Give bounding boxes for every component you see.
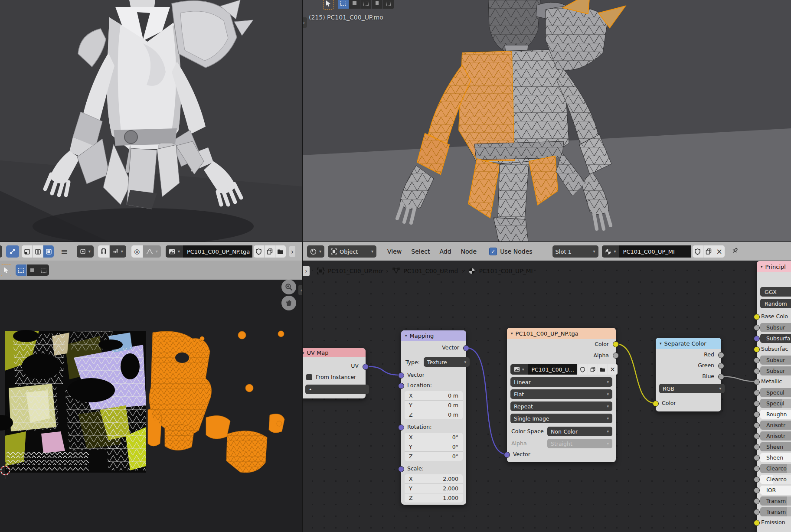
open-image-folder-button[interactable] xyxy=(275,245,286,258)
duplicate-copy-button[interactable] xyxy=(265,245,275,258)
ior-slider[interactable]: IOR xyxy=(760,486,791,495)
red-output-socket[interactable] xyxy=(718,352,724,358)
use-nodes-toggle[interactable]: ✓ Use Nodes xyxy=(489,248,532,255)
subsurface-method-dropdown[interactable]: Random xyxy=(760,299,791,308)
specular-tint-slider[interactable]: Specul xyxy=(760,399,791,408)
subsurface-radius-field[interactable]: Subsurfa xyxy=(760,334,791,343)
image-duplicate-button[interactable] xyxy=(588,364,598,375)
collapse-chevron-icon[interactable]: ▾ xyxy=(761,264,763,269)
zoom-in-button[interactable] xyxy=(281,280,296,294)
location-z-field[interactable]: Z0 m xyxy=(405,410,463,419)
subsurface-ior-slider[interactable]: Subsur xyxy=(760,356,791,365)
viewport-3d-solid[interactable] xyxy=(0,0,302,242)
anisotropic-slider[interactable]: Anisotr xyxy=(760,421,791,430)
uv-tweak-tool-button[interactable] xyxy=(1,264,11,276)
projection-dropdown[interactable]: Flat ▾ xyxy=(510,389,612,399)
uv-select-face-button[interactable] xyxy=(43,245,54,258)
uv-sync-select-toggle[interactable] xyxy=(6,245,19,258)
source-dropdown[interactable]: Single Image ▾ xyxy=(510,414,612,423)
scale-input-socket[interactable] xyxy=(398,466,404,472)
alpha-mode-dropdown[interactable]: Straight ▾ xyxy=(547,439,612,448)
snap-target-dropdown[interactable]: ▾ xyxy=(110,245,126,258)
subsurface-anisotropy-slider[interactable]: Subsur xyxy=(760,366,791,375)
menu-view[interactable]: View xyxy=(382,248,406,255)
location-input-socket[interactable] xyxy=(398,383,404,389)
location-y-field[interactable]: Y0 m xyxy=(405,401,463,410)
material-duplicate-button[interactable] xyxy=(703,245,714,258)
anisotropic-socket[interactable] xyxy=(754,422,760,428)
base-color-socket[interactable] xyxy=(754,314,760,320)
collapse-chevron-icon[interactable]: ▾ xyxy=(303,351,304,355)
uv-image-canvas[interactable]: ‹ xyxy=(0,280,302,532)
green-output-socket[interactable] xyxy=(718,363,724,369)
uv-image-name-field[interactable]: PC101_C00_UP_NP.tga xyxy=(183,245,252,258)
image-fake-user-button[interactable] xyxy=(578,364,588,375)
pin-button[interactable] xyxy=(732,247,739,256)
specular-slider[interactable]: Specul xyxy=(760,388,791,397)
subsurface-socket[interactable] xyxy=(754,325,760,331)
metallic-socket[interactable] xyxy=(754,379,760,385)
rotation-y-field[interactable]: Y0° xyxy=(405,442,463,452)
blue-output-socket[interactable] xyxy=(718,374,724,380)
proportional-falloff-dropdown[interactable]: ▾ xyxy=(143,245,161,258)
alpha-output-socket[interactable] xyxy=(613,352,619,359)
rotation-input-socket[interactable] xyxy=(398,424,404,431)
color-output-socket[interactable] xyxy=(613,341,619,347)
region-expand-chevron[interactable]: › xyxy=(303,17,307,28)
vector-input-socket[interactable] xyxy=(504,452,510,458)
uv-select-box-extend-button[interactable] xyxy=(27,264,38,276)
uv-select-box-new-button[interactable] xyxy=(16,264,26,276)
viewport-3d-edit[interactable]: › (215) PC101_C00_UP.mo xyxy=(303,0,791,242)
hamburger-menu-icon[interactable]: ≡ xyxy=(61,246,68,257)
menu-select[interactable]: Select xyxy=(406,248,435,255)
color-space-dropdown[interactable]: Non-Color ▾ xyxy=(547,427,612,436)
roughness-socket[interactable] xyxy=(754,411,760,418)
anisotropic-rotation-socket[interactable] xyxy=(754,433,760,439)
select-box-intersect-button[interactable] xyxy=(383,0,394,9)
breadcrumb-object[interactable]: PC101_C00_UP.mo xyxy=(328,268,382,274)
ior-socket[interactable] xyxy=(754,487,760,493)
editor-type-dropdown[interactable]: ▾ xyxy=(307,245,324,258)
sheen-socket[interactable] xyxy=(754,444,760,450)
uv-select-vertex-button[interactable] xyxy=(22,245,32,258)
sheen-tint-slider[interactable]: Sheen xyxy=(760,453,791,462)
uv-select-box-subtract-button[interactable] xyxy=(38,264,49,276)
menu-node[interactable]: Node xyxy=(456,248,482,255)
breadcrumb-mesh[interactable]: PC101_C00_UP.md xyxy=(404,268,458,274)
uv-select-edge-button[interactable] xyxy=(33,245,43,258)
interpolation-dropdown[interactable]: Linear ▾ xyxy=(510,377,612,387)
scale-y-field[interactable]: Y2.000 xyxy=(405,484,463,493)
tweak-tool-button[interactable] xyxy=(323,0,333,10)
subsurface-color-socket[interactable] xyxy=(754,346,760,352)
transmission-roughness-socket[interactable] xyxy=(754,509,760,515)
node-principled-bsdf[interactable]: ▾ Principl GGX Random Base Colo Subsur S… xyxy=(757,261,791,532)
image-browse-dropdown[interactable]: ▾ xyxy=(510,364,528,375)
shader-node-canvas[interactable]: › PC101_C00_UP.mo › PC101_C00_UP.md › PC… xyxy=(303,261,791,532)
distribution-dropdown[interactable]: GGX xyxy=(760,287,791,297)
proportional-editing-button[interactable]: ◎ xyxy=(131,245,143,258)
breadcrumb-expand-chevron[interactable]: › xyxy=(303,266,310,276)
roughness-slider[interactable]: Roughn xyxy=(760,410,791,419)
color-input-socket[interactable] xyxy=(653,401,659,407)
clearcoat-roughness-socket[interactable] xyxy=(754,477,760,483)
anisotropic-rotation-slider[interactable]: Anisotr xyxy=(760,431,791,441)
menu-add[interactable]: Add xyxy=(435,248,456,255)
image-unlink-button[interactable]: × xyxy=(608,364,618,375)
editor-type-dropdown[interactable]: ▾ xyxy=(0,245,2,258)
collapse-chevron-icon[interactable]: ▾ xyxy=(511,331,513,336)
node-separate-color[interactable]: ▾ Separate Color Red Green Blue RGB ▾ Co… xyxy=(656,338,721,411)
image-open-folder-button[interactable] xyxy=(598,364,608,375)
pivot-point-dropdown[interactable]: ▾ xyxy=(77,245,94,258)
transmission-slider[interactable]: Transm xyxy=(760,496,791,506)
clearcoat-socket[interactable] xyxy=(754,466,760,472)
image-browse-dropdown[interactable]: ▾ xyxy=(166,245,183,258)
material-name-field[interactable]: PC101_C00_UP_MI xyxy=(619,245,691,258)
image-name-field[interactable]: PC101_C00_U... xyxy=(528,364,577,375)
location-x-field[interactable]: X0 m xyxy=(405,391,463,401)
subsurface-slider[interactable]: Subsur xyxy=(760,323,791,332)
select-box-difference-button[interactable] xyxy=(372,0,382,9)
uv-region-collapse-chevron[interactable]: ‹ xyxy=(298,285,302,295)
select-box-new-button[interactable] xyxy=(338,0,349,9)
subsurface-radius-socket[interactable] xyxy=(754,336,760,342)
node-uv-map[interactable]: ▾ UV Map UV From Instancer • xyxy=(303,348,366,398)
